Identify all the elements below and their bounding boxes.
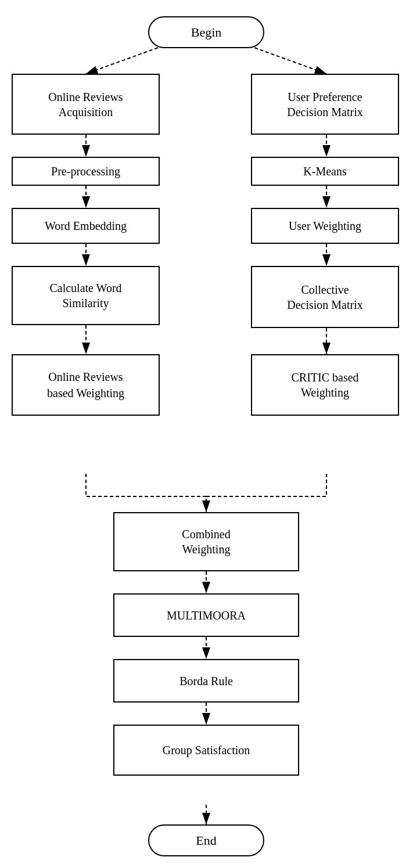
user-weighting-label: User Weighting — [289, 218, 361, 233]
preprocessing-node: Pre-processing — [12, 157, 160, 186]
multimoora-node: MULTIMOORA — [113, 593, 299, 637]
calc-word-similarity-node: Calculate WordSimilarity — [12, 266, 160, 325]
multimoora-label: MULTIMOORA — [167, 608, 246, 623]
user-preference-node: User PreferenceDecision Matrix — [251, 74, 399, 135]
critic-weighting-label: CRITIC basedWeighting — [291, 370, 358, 400]
online-reviews-weighting-label: Online Reviewsbased Weighting — [47, 369, 124, 401]
word-embedding-node: Word Embedding — [12, 208, 160, 244]
user-preference-label: User PreferenceDecision Matrix — [287, 89, 363, 120]
borda-rule-node: Borda Rule — [113, 659, 299, 703]
online-reviews-node: Online ReviewsAcquisition — [12, 74, 160, 135]
collective-decision-label: CollectiveDecision Matrix — [287, 282, 363, 312]
preprocessing-label: Pre-processing — [51, 164, 120, 179]
online-reviews-label: Online ReviewsAcquisition — [48, 89, 123, 120]
collective-decision-node: CollectiveDecision Matrix — [251, 266, 399, 328]
word-embedding-label: Word Embedding — [45, 218, 127, 233]
end-node: End — [148, 824, 264, 856]
group-satisfaction-label: Group Satisfaction — [163, 743, 250, 758]
kmeans-node: K-Means — [251, 157, 399, 186]
group-satisfaction-node: Group Satisfaction — [113, 725, 299, 776]
user-weighting-node: User Weighting — [251, 208, 399, 244]
combined-weighting-node: CombinedWeighting — [113, 512, 299, 571]
begin-node: Begin — [148, 16, 264, 48]
borda-rule-label: Borda Rule — [179, 673, 233, 689]
combined-weighting-label: CombinedWeighting — [182, 527, 230, 557]
begin-label: Begin — [191, 25, 222, 40]
calc-word-similarity-label: Calculate WordSimilarity — [49, 280, 121, 311]
critic-weighting-node: CRITIC basedWeighting — [251, 354, 399, 416]
flowchart-diagram: Begin Online ReviewsAcquisition User Pre… — [0, 0, 413, 868]
online-reviews-weighting-node: Online Reviewsbased Weighting — [12, 354, 160, 416]
kmeans-label: K-Means — [303, 164, 346, 179]
end-label: End — [196, 833, 216, 848]
